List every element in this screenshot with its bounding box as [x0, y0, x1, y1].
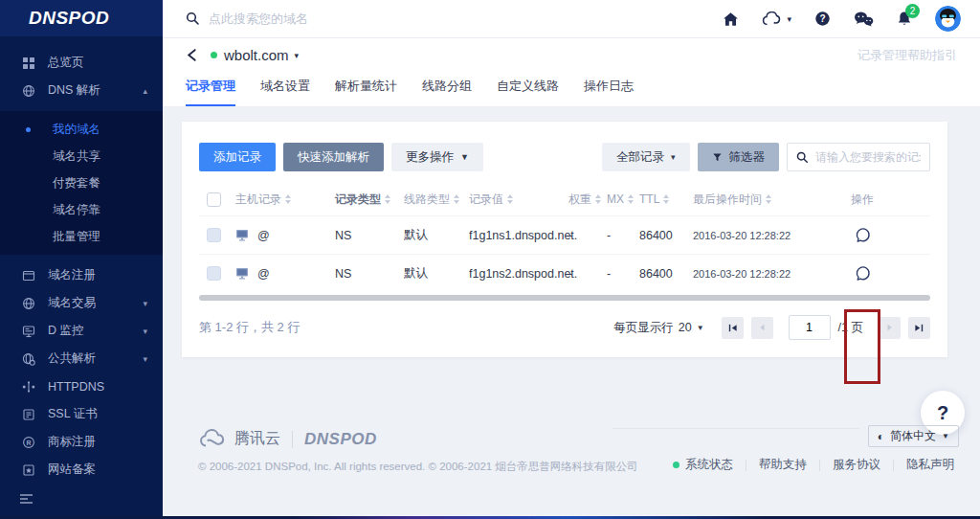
page-number-input[interactable]: [789, 315, 831, 340]
select-all-checkbox[interactable]: [207, 192, 221, 207]
sidebar-item-label: 网站备案: [48, 462, 96, 478]
sidebar-item-ssl-certificates[interactable]: SSL 证书: [0, 400, 163, 428]
sidebar-item-icp-filing[interactable]: 网站备案: [0, 456, 163, 484]
bell-icon[interactable]: 2: [897, 11, 912, 27]
quick-add-button[interactable]: 快速添加解析: [283, 143, 384, 171]
sort-icon[interactable]: [628, 194, 634, 204]
link-divider: [893, 460, 894, 471]
topbar: ▾ ? 2: [163, 0, 980, 38]
record-help-guide-link[interactable]: 记录管理帮助指引: [858, 47, 957, 64]
grid-icon: [21, 56, 35, 70]
chevron-up-icon: ▴: [143, 86, 147, 96]
tab-domain-settings[interactable]: 域名设置: [260, 78, 310, 106]
system-status-link[interactable]: 系统状态: [673, 457, 733, 473]
back-icon[interactable]: [186, 48, 199, 62]
col-header-ttl[interactable]: TTL: [639, 192, 693, 206]
chevron-down-icon: ▼: [460, 152, 469, 162]
dnspod-footer-logo: DNSPOD: [304, 430, 377, 449]
chat-icon[interactable]: [854, 11, 874, 27]
sort-icon[interactable]: [285, 194, 291, 204]
logo-area[interactable]: DNSPOD: [0, 0, 163, 36]
record-ttl: 86400: [639, 267, 693, 281]
filter-button[interactable]: 筛选器: [698, 143, 780, 171]
col-header-type[interactable]: 记录类型: [335, 192, 404, 208]
row-checkbox[interactable]: [207, 266, 221, 281]
service-agreement-link[interactable]: 服务协议: [833, 457, 880, 473]
comment-bubble-icon[interactable]: [855, 265, 871, 282]
sidebar-item-domain-trading[interactable]: 域名交易 ▾: [0, 289, 163, 317]
col-header-weight[interactable]: 权重: [568, 192, 607, 208]
per-page-label: 每页显示行: [613, 320, 674, 336]
globe-icon: [21, 83, 35, 98]
previous-page-button[interactable]: [751, 317, 773, 339]
col-header-line[interactable]: 线路类型: [404, 192, 469, 208]
record-mx: -: [607, 229, 639, 242]
sidebar-item-httpdns[interactable]: HTTPDNS: [0, 372, 163, 400]
sort-icon[interactable]: [663, 194, 669, 204]
sort-icon[interactable]: [595, 194, 601, 204]
sidebar-item-domain-parking[interactable]: 域名停靠: [0, 196, 163, 223]
tab-resolution-stats[interactable]: 解析量统计: [335, 78, 397, 106]
more-actions-button[interactable]: 更多操作▼: [391, 143, 483, 171]
total-pages-label: /1 页: [838, 320, 863, 336]
svg-text:R: R: [26, 439, 31, 445]
trademark-icon: R: [21, 435, 35, 449]
language-selector[interactable]: ◐ 简体中文 ▼: [868, 425, 959, 447]
sidebar-item-label: 批量管理: [53, 229, 100, 245]
collapse-sidebar-icon[interactable]: [19, 492, 34, 508]
help-support-link[interactable]: 帮助支持: [759, 457, 807, 473]
avatar[interactable]: [935, 6, 961, 32]
sidebar-item-domain-registration[interactable]: 域名注册: [0, 261, 163, 289]
col-label: 最后操作时间: [693, 192, 762, 208]
sort-icon[interactable]: [507, 194, 513, 204]
tab-operation-logs[interactable]: 操作日志: [584, 78, 634, 106]
col-header-updated[interactable]: 最后操作时间: [693, 192, 794, 208]
sidebar-item-overview[interactable]: 总览页: [0, 49, 163, 77]
tab-record-management[interactable]: 记录管理: [186, 78, 235, 106]
sidebar-item-batch-management[interactable]: 批量管理: [0, 223, 163, 250]
domain-search-input[interactable]: [209, 11, 496, 26]
status-dot: [673, 462, 679, 468]
domain-title[interactable]: wbolt.com: [224, 47, 289, 63]
sort-icon[interactable]: [454, 194, 459, 204]
row-checkbox[interactable]: [207, 228, 221, 242]
last-page-button[interactable]: [908, 317, 930, 339]
sidebar-item-paid-plans[interactable]: 付费套餐: [0, 169, 163, 196]
record-line: 默认: [404, 265, 469, 282]
tencent-cloud-icon: [198, 429, 227, 449]
sort-icon[interactable]: [385, 194, 390, 204]
nodes-icon: [21, 379, 35, 394]
sidebar-item-domain-sharing[interactable]: 域名共享: [0, 143, 163, 169]
col-header-host[interactable]: 主机记录: [235, 192, 335, 208]
next-page-button[interactable]: [879, 317, 901, 339]
col-header-value[interactable]: 记录值: [469, 192, 568, 208]
per-page-dropdown[interactable]: 每页显示行 20 ▼: [613, 320, 703, 336]
sidebar-item-my-domains[interactable]: 我的域名: [0, 116, 163, 143]
privacy-statement-link[interactable]: 隐私声明: [906, 457, 954, 473]
pagination: 第 1-2 行，共 2 行 每页显示行 20 ▼ /1 页: [199, 301, 930, 357]
sidebar-item-d-monitor[interactable]: D 监控 ▾: [0, 317, 163, 345]
sidebar-nav: 总览页 DNS 解析 ▴ 我的域名 域名共享 付费套餐 域名停靠 批量管理 域名…: [0, 36, 163, 484]
sidebar-item-trademark-registration[interactable]: R 商标注册: [0, 428, 163, 456]
sidebar-item-dns[interactable]: DNS 解析 ▴: [0, 77, 163, 104]
all-records-dropdown[interactable]: 全部记录▾: [602, 143, 690, 171]
sort-icon[interactable]: [766, 194, 771, 204]
cloud-menu[interactable]: ▾: [762, 11, 791, 27]
record-search-input[interactable]: [815, 150, 921, 164]
sidebar-item-public-dns[interactable]: 公共解析 ▾: [0, 345, 163, 372]
home-icon[interactable]: [723, 11, 739, 27]
cloud-icon: [762, 11, 783, 27]
chevron-down-icon: ▼: [942, 432, 949, 440]
tab-line-groups[interactable]: 线路分组: [422, 78, 472, 106]
col-header-mx[interactable]: MX: [607, 192, 639, 206]
comment-bubble-icon[interactable]: [855, 227, 871, 243]
help-icon[interactable]: ?: [814, 11, 831, 27]
folder-icon: [21, 268, 35, 282]
tab-custom-lines[interactable]: 自定义线路: [497, 78, 559, 106]
first-page-button[interactable]: [722, 317, 744, 339]
record-value: f1g1ns1.dnspod.net.: [469, 229, 568, 242]
footer-link-label: 系统状态: [685, 457, 733, 473]
chevron-down-icon[interactable]: ▾: [295, 51, 300, 60]
add-record-button[interactable]: 添加记录: [199, 143, 276, 171]
domain-search: [186, 11, 496, 26]
